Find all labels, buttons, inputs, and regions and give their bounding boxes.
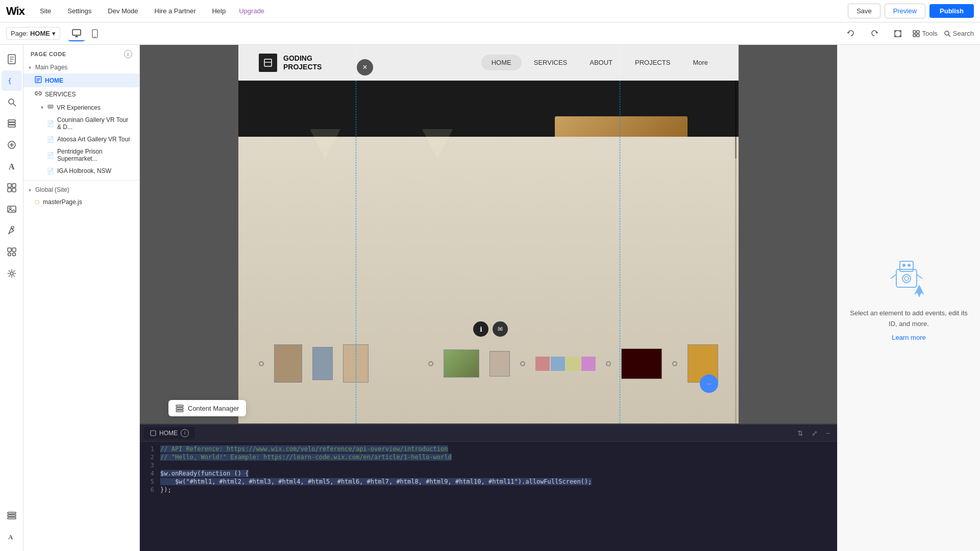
tool-media[interactable] xyxy=(2,199,22,219)
publish-button[interactable]: Publish xyxy=(929,4,974,18)
tool-add[interactable] xyxy=(2,135,22,155)
undo-button[interactable] xyxy=(842,26,860,41)
gallery-scene: ℹ ✉ ··· xyxy=(238,45,739,423)
site-navbar: GODING PROJECTS HOME SERVICES ABOUT PROJ… xyxy=(238,45,739,81)
code-line-1: 1 // API Reference: https://www.wix.com/… xyxy=(144,445,833,453)
redo-icon xyxy=(870,30,878,38)
svg-line-63 xyxy=(891,274,896,279)
code-content-1: // API Reference: https://www.wix.com/ve… xyxy=(160,445,448,453)
svg-rect-26 xyxy=(8,184,11,187)
svg-rect-55 xyxy=(176,410,183,412)
line-number-2: 2 xyxy=(144,454,154,461)
sidebar-item-masterpage[interactable]: ⬡ masterPage.js xyxy=(23,196,139,208)
sidebar-item-services[interactable]: SERVICES xyxy=(23,87,139,101)
global-label: Global (Site) xyxy=(35,186,69,193)
tool-ai[interactable]: A xyxy=(2,527,22,547)
svg-point-17 xyxy=(9,99,14,104)
svg-rect-9 xyxy=(917,34,919,37)
file-icon-1: 📄 xyxy=(47,120,54,127)
fit-screen-button[interactable] xyxy=(889,26,906,41)
tool-pen[interactable] xyxy=(2,220,22,241)
expand-icon: ▾ xyxy=(29,65,31,70)
wix-logo: Wix xyxy=(6,5,24,18)
js-icon: ⬡ xyxy=(35,199,40,206)
content-manager-icon xyxy=(176,404,184,412)
sidebar-header: PAGE CODE i xyxy=(23,45,139,61)
nav-site[interactable]: Site xyxy=(37,5,54,17)
mobile-icon xyxy=(92,29,98,38)
gallery-wall: ℹ ✉ ··· xyxy=(238,137,739,423)
tool-search[interactable] xyxy=(2,92,22,112)
fit-screen-icon xyxy=(894,30,902,38)
info-float-btn[interactable]: ℹ xyxy=(473,321,488,337)
desktop-device-button[interactable] xyxy=(68,26,85,41)
mobile-device-button[interactable] xyxy=(87,26,103,41)
code-minimize-button[interactable]: − xyxy=(823,428,833,438)
chat-bubble[interactable]: ··· xyxy=(700,374,718,393)
menu-projects[interactable]: PROJECTS xyxy=(625,55,680,70)
code-expand-button[interactable]: ⤢ xyxy=(808,428,821,438)
section-main-pages[interactable]: ▾ Main Pages xyxy=(23,61,139,73)
tools-button[interactable]: Tools xyxy=(913,30,937,37)
file-icon-3: 📄 xyxy=(47,152,54,159)
learn-more-link[interactable]: Learn more xyxy=(892,334,925,341)
sidebar-item-couninan[interactable]: 📄 Couninan Gallery VR Tour & D... xyxy=(23,114,139,133)
sidebar-item-home[interactable]: HOME xyxy=(23,73,139,87)
expand-icon-global: ▾ xyxy=(29,187,31,193)
site-logo-text: GODING PROJECTS xyxy=(283,54,322,71)
svg-rect-39 xyxy=(8,512,16,514)
nav-help[interactable]: Help xyxy=(209,5,229,17)
line-number-4: 4 xyxy=(144,470,154,477)
iga-label: IGA Holbrook, NSW xyxy=(57,167,111,174)
tool-pages[interactable] xyxy=(2,49,22,69)
nav-upgrade[interactable]: Upgrade xyxy=(239,7,264,15)
svg-point-4 xyxy=(94,36,95,37)
svg-rect-51 xyxy=(264,59,272,66)
sidebar-item-atoosa[interactable]: 📄 Atoosa Art Gallery VR Tour xyxy=(23,133,139,145)
page-label: Page: xyxy=(11,30,28,37)
tool-layers[interactable] xyxy=(2,113,22,134)
robot-svg xyxy=(884,254,935,300)
svg-line-18 xyxy=(13,104,16,106)
svg-rect-54 xyxy=(176,408,183,409)
tool-code[interactable]: { } xyxy=(2,70,22,91)
nav-settings[interactable]: Settings xyxy=(64,5,94,17)
nav-hire[interactable]: Hire a Partner xyxy=(152,5,199,17)
svg-rect-35 xyxy=(12,248,16,252)
sidebar-info-icon[interactable]: i xyxy=(124,50,132,58)
section-global-site[interactable]: ▾ Global (Site) xyxy=(23,184,139,196)
sidebar-item-vr[interactable]: ▾ VR Experiences xyxy=(23,101,139,114)
code-tab-home[interactable]: HOME i xyxy=(144,427,195,439)
logo-line1: GODING xyxy=(283,54,322,63)
content-manager-tooltip[interactable]: Content Manager xyxy=(168,400,246,416)
menu-services[interactable]: SERVICES xyxy=(524,55,578,70)
logo-icon xyxy=(259,54,277,72)
sidebar-item-pentridge[interactable]: 📄 Pentridge Prison Supermarket... xyxy=(23,145,139,165)
tool-settings[interactable] xyxy=(2,263,22,284)
menu-more[interactable]: More xyxy=(682,55,718,70)
main-layout: { } A A xyxy=(0,45,980,551)
tool-grid[interactable] xyxy=(2,178,22,198)
preview-button[interactable]: Preview xyxy=(885,4,925,18)
code-editor: HOME i ⇅ ⤢ − 1 // API Reference: https:/… xyxy=(140,423,837,551)
svg-rect-29 xyxy=(12,188,16,192)
redo-button[interactable] xyxy=(866,26,883,41)
tool-content-manager[interactable] xyxy=(2,505,22,525)
close-overlay-button[interactable]: × xyxy=(357,59,373,76)
page-selector[interactable]: Page: HOME ▾ xyxy=(6,27,60,40)
nav-dot-1 xyxy=(259,361,264,366)
email-float-btn[interactable]: ✉ xyxy=(493,321,508,337)
menu-home[interactable]: HOME xyxy=(481,55,522,70)
code-tab-info[interactable]: i xyxy=(181,429,189,437)
code-editor-tools: ⇅ ⤢ − xyxy=(794,428,833,438)
nav-devmode[interactable]: Dev Mode xyxy=(105,5,141,17)
search-button[interactable]: Search xyxy=(944,30,974,37)
code-line-2: 2 // "Hello, World!" Example: https://le… xyxy=(144,453,833,461)
code-reorder-button[interactable]: ⇅ xyxy=(794,428,806,438)
menu-about[interactable]: ABOUT xyxy=(579,55,623,70)
tool-apps[interactable] xyxy=(2,242,22,262)
save-button[interactable]: Save xyxy=(848,4,880,18)
guide-line-right xyxy=(620,45,620,423)
tool-text[interactable]: A xyxy=(2,156,22,177)
sidebar-item-iga[interactable]: 📄 IGA Holbrook, NSW xyxy=(23,165,139,177)
